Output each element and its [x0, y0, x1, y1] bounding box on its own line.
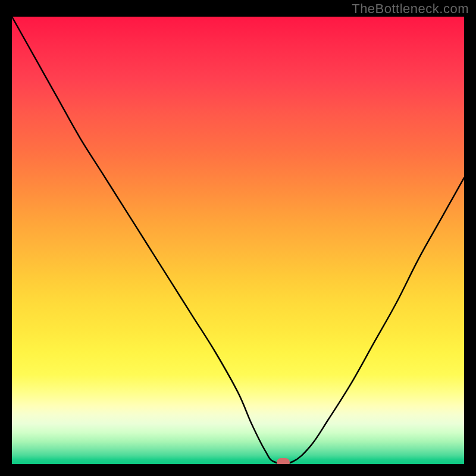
watermark-text: TheBottleneck.com: [352, 1, 469, 17]
minimum-point-marker: [277, 458, 290, 464]
bottleneck-chart: [12, 17, 464, 464]
bottleneck-curve: [12, 17, 464, 464]
